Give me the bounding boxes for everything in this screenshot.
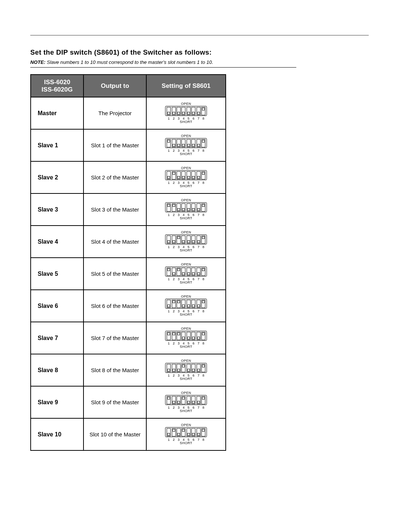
dip-peg bbox=[192, 272, 195, 275]
table-row: MasterThe ProjectorOPEN12345678SHORT bbox=[31, 97, 226, 129]
dip-slot-1 bbox=[167, 268, 171, 276]
dip-number: 2 bbox=[172, 438, 176, 442]
dip-peg bbox=[173, 204, 175, 207]
dip-peg bbox=[167, 369, 170, 371]
dip-slot-6 bbox=[191, 364, 195, 372]
dip-slot-6 bbox=[191, 268, 195, 276]
dip-slot-2 bbox=[172, 236, 176, 244]
dip-peg bbox=[173, 272, 175, 275]
dip-peg bbox=[173, 301, 175, 303]
dip-peg bbox=[173, 333, 175, 335]
dip-peg bbox=[192, 240, 195, 243]
dip-slot-5 bbox=[187, 139, 191, 147]
dip-slot-7 bbox=[197, 396, 201, 404]
table-row: Slave 3Slot 3 of the MasterOPEN12345678S… bbox=[31, 193, 226, 226]
dip-peg bbox=[173, 369, 175, 371]
dip-slot-6 bbox=[191, 428, 195, 436]
dip-slot-3 bbox=[177, 139, 181, 147]
dip-slot-8 bbox=[201, 396, 205, 404]
dip-number: 8 bbox=[201, 406, 205, 409]
dip-peg bbox=[187, 305, 190, 307]
dip-peg bbox=[177, 301, 180, 303]
dip-peg bbox=[192, 176, 195, 179]
dip-slot-1 bbox=[167, 203, 171, 212]
row-name-cell: Slave 1 bbox=[31, 129, 83, 161]
dip-peg bbox=[167, 240, 170, 243]
dip-slot-3 bbox=[177, 107, 181, 115]
table-row: Slave 10Slot 10 of the MasterOPEN1234567… bbox=[31, 418, 226, 450]
dip-slot-3 bbox=[177, 364, 181, 372]
dip-slot-6 bbox=[191, 171, 195, 179]
dip-switch-icon: OPEN12345678SHORT bbox=[158, 327, 214, 349]
dip-slot-1 bbox=[167, 236, 171, 244]
dip-short-label: SHORT bbox=[158, 249, 214, 252]
table-row: Slave 8Slot 8 of the MasterOPEN12345678S… bbox=[31, 354, 226, 386]
dip-slot-5 bbox=[187, 203, 191, 212]
dip-open-label: OPEN bbox=[158, 295, 214, 298]
dip-number: 7 bbox=[197, 406, 201, 409]
dip-peg bbox=[202, 172, 205, 175]
dip-slots bbox=[167, 107, 205, 115]
row-switch-cell: OPEN12345678SHORT bbox=[146, 161, 226, 193]
dip-slot-7 bbox=[197, 428, 201, 436]
dip-peg bbox=[182, 144, 185, 147]
dip-number: 8 bbox=[201, 438, 205, 442]
note-rule bbox=[30, 67, 296, 68]
row-name-cell: Slave 9 bbox=[31, 386, 83, 418]
dip-switch-icon: OPEN12345678SHORT bbox=[158, 231, 214, 252]
dip-slot-3 bbox=[177, 300, 181, 308]
dip-short-label: SHORT bbox=[158, 185, 214, 188]
dip-peg bbox=[167, 333, 170, 335]
dip-peg bbox=[187, 433, 190, 436]
row-output-cell: Slot 5 of the Master bbox=[83, 258, 146, 290]
dip-number: 2 bbox=[172, 149, 176, 152]
col-header-output: Output to bbox=[83, 75, 146, 97]
dip-slot-8 bbox=[201, 139, 205, 147]
dip-slots bbox=[167, 332, 205, 340]
dip-slot-7 bbox=[197, 364, 201, 372]
note-body: Slave numbers 1 to 10 must correspond to… bbox=[47, 59, 213, 65]
dip-peg bbox=[187, 240, 190, 243]
dip-number: 7 bbox=[197, 117, 201, 120]
dip-peg bbox=[202, 204, 205, 207]
dip-slot-5 bbox=[187, 300, 191, 308]
dip-switch-box bbox=[165, 170, 207, 180]
dip-peg bbox=[187, 144, 190, 147]
row-switch-cell: OPEN12345678SHORT bbox=[146, 354, 226, 386]
dip-peg bbox=[197, 369, 200, 371]
dip-open-label: OPEN bbox=[158, 102, 214, 106]
dip-peg bbox=[182, 176, 185, 179]
dip-peg bbox=[202, 108, 205, 110]
dip-slot-3 bbox=[177, 428, 181, 436]
table-row: Slave 7Slot 7 of the MasterOPEN12345678S… bbox=[31, 322, 226, 354]
dip-number: 8 bbox=[201, 246, 205, 249]
dip-switch-icon: OPEN12345678SHORT bbox=[158, 134, 214, 156]
dip-peg bbox=[177, 333, 180, 335]
dip-peg bbox=[202, 429, 205, 432]
dip-switch-table: ISS-6020 ISS-6020G Output to Setting of … bbox=[30, 74, 226, 451]
dip-peg bbox=[177, 268, 180, 271]
dip-peg bbox=[197, 176, 200, 179]
dip-peg bbox=[197, 433, 200, 436]
dip-number: 7 bbox=[197, 278, 201, 281]
dip-slot-8 bbox=[201, 268, 205, 276]
dip-peg bbox=[173, 401, 175, 404]
dip-peg bbox=[177, 236, 180, 239]
dip-peg bbox=[202, 333, 205, 335]
dip-slot-1 bbox=[167, 300, 171, 308]
row-output-cell: The Projector bbox=[83, 97, 146, 129]
row-switch-cell: OPEN12345678SHORT bbox=[146, 97, 226, 129]
dip-peg bbox=[192, 433, 195, 436]
dip-peg bbox=[197, 208, 200, 211]
dip-slot-4 bbox=[181, 139, 185, 147]
dip-number: 1 bbox=[167, 181, 171, 185]
dip-switch-icon: OPEN12345678SHORT bbox=[158, 423, 214, 445]
document-page: Set the DIP switch (S8601) of the Switch… bbox=[0, 35, 399, 532]
dip-slot-2 bbox=[172, 332, 176, 340]
dip-slot-2 bbox=[172, 107, 176, 115]
dip-slots bbox=[167, 139, 205, 147]
dip-switch-box bbox=[165, 106, 207, 116]
dip-peg bbox=[202, 268, 205, 271]
table-row: Slave 2Slot 2 of the MasterOPEN12345678S… bbox=[31, 161, 226, 193]
row-name-cell: Slave 10 bbox=[31, 418, 83, 450]
